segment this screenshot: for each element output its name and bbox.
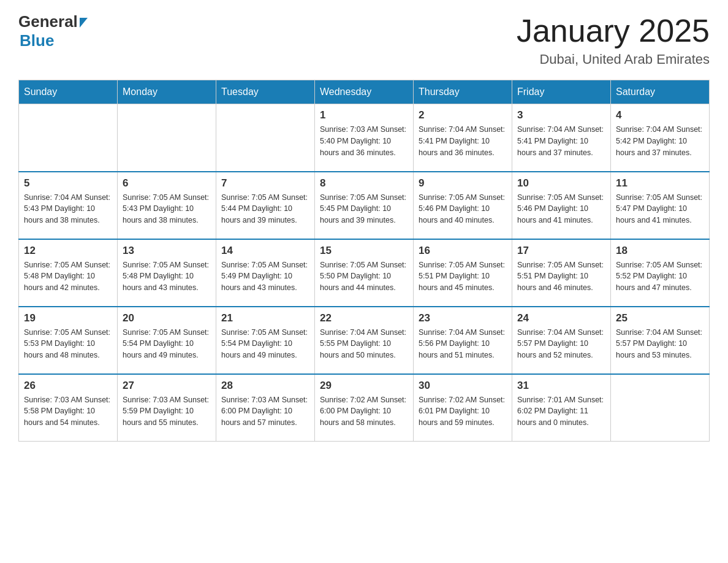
header-thursday: Thursday — [414, 80, 512, 104]
calendar-cell: 31Sunrise: 7:01 AM Sunset: 6:02 PM Dayli… — [512, 374, 611, 442]
day-info: Sunrise: 7:01 AM Sunset: 6:02 PM Dayligh… — [517, 394, 605, 429]
day-number: 9 — [419, 177, 507, 190]
logo-blue-text: Blue — [20, 31, 88, 50]
day-number: 26 — [24, 380, 112, 392]
week-row-1: 1Sunrise: 7:03 AM Sunset: 5:40 PM Daylig… — [19, 104, 710, 172]
calendar-cell: 25Sunrise: 7:04 AM Sunset: 5:57 PM Dayli… — [611, 307, 710, 374]
calendar-cell: 17Sunrise: 7:05 AM Sunset: 5:51 PM Dayli… — [512, 239, 611, 307]
header-monday: Monday — [118, 80, 216, 104]
day-number: 1 — [320, 109, 408, 121]
day-number: 28 — [221, 380, 309, 392]
day-number: 16 — [419, 245, 507, 257]
day-number: 27 — [123, 380, 211, 392]
calendar-cell: 24Sunrise: 7:04 AM Sunset: 5:57 PM Dayli… — [512, 307, 611, 374]
calendar-cell: 8Sunrise: 7:05 AM Sunset: 5:45 PM Daylig… — [315, 172, 414, 239]
day-number: 8 — [320, 177, 408, 190]
day-info: Sunrise: 7:05 AM Sunset: 5:48 PM Dayligh… — [123, 259, 211, 294]
calendar-cell: 11Sunrise: 7:05 AM Sunset: 5:47 PM Dayli… — [611, 172, 710, 239]
calendar-cell: 12Sunrise: 7:05 AM Sunset: 5:48 PM Dayli… — [19, 239, 118, 307]
calendar-header: SundayMondayTuesdayWednesdayThursdayFrid… — [19, 80, 710, 104]
calendar-cell: 28Sunrise: 7:03 AM Sunset: 6:00 PM Dayli… — [216, 374, 315, 442]
calendar-cell: 20Sunrise: 7:05 AM Sunset: 5:54 PM Dayli… — [118, 307, 216, 374]
day-number: 13 — [123, 245, 211, 257]
calendar-cell: 18Sunrise: 7:05 AM Sunset: 5:52 PM Dayli… — [611, 239, 710, 307]
day-number: 24 — [517, 312, 605, 324]
day-number: 29 — [320, 380, 408, 392]
day-info: Sunrise: 7:05 AM Sunset: 5:50 PM Dayligh… — [320, 259, 408, 294]
header-tuesday: Tuesday — [216, 80, 315, 104]
page-header: General Blue January 2025 Dubai, United … — [18, 12, 710, 67]
calendar-cell — [216, 104, 315, 172]
calendar-cell: 30Sunrise: 7:02 AM Sunset: 6:01 PM Dayli… — [414, 374, 512, 442]
day-number: 10 — [517, 177, 605, 190]
calendar-table: SundayMondayTuesdayWednesdayThursdayFrid… — [18, 80, 710, 442]
calendar-cell — [19, 104, 118, 172]
logo-general-text: General — [18, 12, 78, 31]
day-number: 2 — [419, 109, 507, 121]
calendar-cell — [118, 104, 216, 172]
day-info: Sunrise: 7:05 AM Sunset: 5:46 PM Dayligh… — [419, 192, 507, 226]
day-number: 6 — [123, 177, 211, 190]
day-info: Sunrise: 7:05 AM Sunset: 5:53 PM Dayligh… — [24, 327, 112, 361]
title-section: January 2025 Dubai, United Arab Emirates — [517, 12, 710, 67]
day-number: 17 — [517, 245, 605, 257]
day-number: 21 — [221, 312, 309, 324]
calendar-cell: 3Sunrise: 7:04 AM Sunset: 5:41 PM Daylig… — [512, 104, 611, 172]
calendar-cell: 9Sunrise: 7:05 AM Sunset: 5:46 PM Daylig… — [414, 172, 512, 239]
logo-arrow-icon — [80, 18, 88, 28]
day-number: 20 — [123, 312, 211, 324]
calendar-cell: 21Sunrise: 7:05 AM Sunset: 5:54 PM Dayli… — [216, 307, 315, 374]
calendar-cell: 4Sunrise: 7:04 AM Sunset: 5:42 PM Daylig… — [611, 104, 710, 172]
calendar-cell: 19Sunrise: 7:05 AM Sunset: 5:53 PM Dayli… — [19, 307, 118, 374]
day-number: 3 — [517, 109, 605, 121]
day-info: Sunrise: 7:04 AM Sunset: 5:57 PM Dayligh… — [517, 327, 605, 361]
page-title: January 2025 — [517, 12, 710, 49]
day-number: 5 — [24, 177, 112, 190]
calendar-cell: 7Sunrise: 7:05 AM Sunset: 5:44 PM Daylig… — [216, 172, 315, 239]
day-info: Sunrise: 7:02 AM Sunset: 6:00 PM Dayligh… — [320, 394, 408, 429]
day-number: 15 — [320, 245, 408, 257]
day-info: Sunrise: 7:04 AM Sunset: 5:55 PM Dayligh… — [320, 327, 408, 361]
header-friday: Friday — [512, 80, 611, 104]
day-info: Sunrise: 7:04 AM Sunset: 5:42 PM Dayligh… — [616, 124, 704, 158]
day-number: 22 — [320, 312, 408, 324]
day-info: Sunrise: 7:05 AM Sunset: 5:43 PM Dayligh… — [123, 192, 211, 226]
day-info: Sunrise: 7:05 AM Sunset: 5:54 PM Dayligh… — [123, 327, 211, 361]
day-info: Sunrise: 7:04 AM Sunset: 5:43 PM Dayligh… — [24, 192, 112, 226]
day-info: Sunrise: 7:05 AM Sunset: 5:51 PM Dayligh… — [419, 259, 507, 294]
day-info: Sunrise: 7:05 AM Sunset: 5:54 PM Dayligh… — [221, 327, 309, 361]
day-info: Sunrise: 7:02 AM Sunset: 6:01 PM Dayligh… — [419, 394, 507, 429]
week-row-2: 5Sunrise: 7:04 AM Sunset: 5:43 PM Daylig… — [19, 172, 710, 239]
calendar-cell: 10Sunrise: 7:05 AM Sunset: 5:46 PM Dayli… — [512, 172, 611, 239]
day-info: Sunrise: 7:05 AM Sunset: 5:48 PM Dayligh… — [24, 259, 112, 294]
day-info: Sunrise: 7:04 AM Sunset: 5:56 PM Dayligh… — [419, 327, 507, 361]
day-info: Sunrise: 7:03 AM Sunset: 5:58 PM Dayligh… — [24, 394, 112, 429]
calendar-cell: 29Sunrise: 7:02 AM Sunset: 6:00 PM Dayli… — [315, 374, 414, 442]
calendar-cell: 2Sunrise: 7:04 AM Sunset: 5:41 PM Daylig… — [414, 104, 512, 172]
day-info: Sunrise: 7:05 AM Sunset: 5:44 PM Dayligh… — [221, 192, 309, 226]
day-info: Sunrise: 7:03 AM Sunset: 5:59 PM Dayligh… — [123, 394, 211, 429]
day-number: 14 — [221, 245, 309, 257]
day-number: 19 — [24, 312, 112, 324]
day-info: Sunrise: 7:04 AM Sunset: 5:41 PM Dayligh… — [419, 124, 507, 158]
day-number: 25 — [616, 312, 704, 324]
page-subtitle: Dubai, United Arab Emirates — [517, 52, 710, 67]
day-info: Sunrise: 7:04 AM Sunset: 5:57 PM Dayligh… — [616, 327, 704, 361]
calendar-cell: 26Sunrise: 7:03 AM Sunset: 5:58 PM Dayli… — [19, 374, 118, 442]
day-info: Sunrise: 7:05 AM Sunset: 5:51 PM Dayligh… — [517, 259, 605, 294]
day-info: Sunrise: 7:03 AM Sunset: 6:00 PM Dayligh… — [221, 394, 309, 429]
day-info: Sunrise: 7:05 AM Sunset: 5:46 PM Dayligh… — [517, 192, 605, 226]
calendar-cell: 16Sunrise: 7:05 AM Sunset: 5:51 PM Dayli… — [414, 239, 512, 307]
header-sunday: Sunday — [19, 80, 118, 104]
day-number: 18 — [616, 245, 704, 257]
week-row-3: 12Sunrise: 7:05 AM Sunset: 5:48 PM Dayli… — [19, 239, 710, 307]
calendar-cell: 13Sunrise: 7:05 AM Sunset: 5:48 PM Dayli… — [118, 239, 216, 307]
day-info: Sunrise: 7:04 AM Sunset: 5:41 PM Dayligh… — [517, 124, 605, 158]
day-number: 12 — [24, 245, 112, 257]
day-info: Sunrise: 7:05 AM Sunset: 5:49 PM Dayligh… — [221, 259, 309, 294]
day-number: 11 — [616, 177, 704, 190]
calendar-body: 1Sunrise: 7:03 AM Sunset: 5:40 PM Daylig… — [19, 104, 710, 442]
calendar-cell: 5Sunrise: 7:04 AM Sunset: 5:43 PM Daylig… — [19, 172, 118, 239]
day-info: Sunrise: 7:03 AM Sunset: 5:40 PM Dayligh… — [320, 124, 408, 158]
calendar-cell: 23Sunrise: 7:04 AM Sunset: 5:56 PM Dayli… — [414, 307, 512, 374]
